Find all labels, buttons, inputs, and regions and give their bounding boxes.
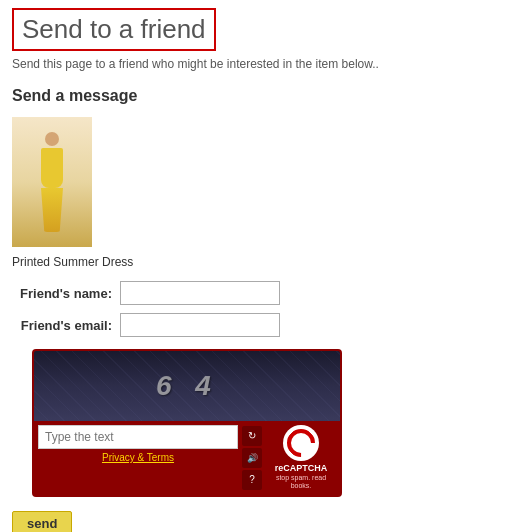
recaptcha-tagline: stop spam. read books. — [266, 474, 336, 491]
refresh-icon: ↻ — [248, 430, 256, 441]
captcha-image: 6 4 — [34, 351, 340, 421]
captcha-container: 6 4 Privacy & Terms ↻ 🔊 ? reCAPTCHA — [32, 349, 342, 497]
recaptcha-circle-inner — [281, 423, 321, 463]
figure-legs — [41, 188, 63, 232]
figure-body — [41, 148, 63, 188]
product-image-area — [12, 117, 517, 247]
page-title: Send to a friend — [12, 8, 216, 51]
recaptcha-label: reCAPTCHA — [275, 463, 328, 474]
captcha-controls: ↻ 🔊 ? — [242, 425, 262, 491]
recaptcha-logo-area: reCAPTCHA stop spam. read books. — [266, 425, 336, 491]
audio-icon: 🔊 — [247, 453, 258, 463]
captcha-text-input[interactable] — [38, 425, 238, 449]
friends-email-row: Friend's email: — [12, 313, 517, 337]
friends-email-label: Friend's email: — [12, 318, 112, 333]
captcha-displayed-text: 6 4 — [155, 370, 218, 402]
send-button[interactable]: send — [12, 511, 72, 532]
recaptcha-logo: reCAPTCHA stop spam. read books. — [266, 425, 336, 491]
captcha-help-button[interactable]: ? — [242, 470, 262, 490]
friends-email-input[interactable] — [120, 313, 280, 337]
help-icon: ? — [249, 474, 255, 485]
figure-head — [45, 132, 59, 146]
captcha-audio-button[interactable]: 🔊 — [242, 448, 262, 468]
subtitle-text: Send this page to a friend who might be … — [12, 57, 517, 71]
friends-name-row: Friend's name: — [12, 281, 517, 305]
captcha-input-area: Privacy & Terms — [38, 425, 238, 491]
dress-figure — [37, 132, 67, 232]
recaptcha-circle — [283, 425, 319, 461]
product-image — [12, 117, 92, 247]
product-name: Printed Summer Dress — [12, 255, 517, 269]
captcha-refresh-button[interactable]: ↻ — [242, 426, 262, 446]
friends-name-label: Friend's name: — [12, 286, 112, 301]
friends-name-input[interactable] — [120, 281, 280, 305]
send-message-heading: Send a message — [12, 87, 517, 105]
captcha-bottom-bar: Privacy & Terms ↻ 🔊 ? reCAPTCHA stop spa… — [34, 421, 340, 495]
captcha-privacy-link[interactable]: Privacy & Terms — [38, 452, 238, 463]
